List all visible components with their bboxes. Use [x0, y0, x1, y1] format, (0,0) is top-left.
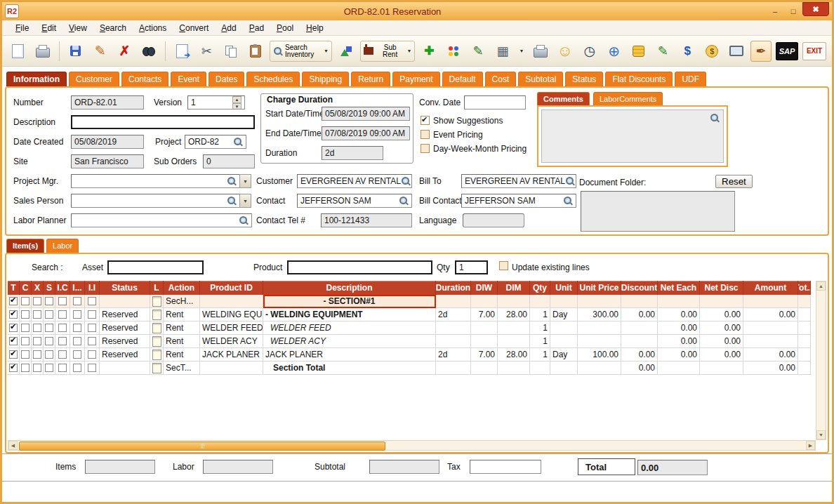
row-checkbox-i2[interactable]: [88, 337, 96, 345]
document-folder-box[interactable]: [581, 191, 735, 232]
feedback-button[interactable]: ☺: [555, 41, 576, 62]
cell-action[interactable]: SecT...: [164, 362, 200, 375]
cell-tot[interactable]: [798, 321, 811, 335]
column-header-ic[interactable]: I.C: [55, 281, 70, 295]
row-checkbox-ic[interactable]: [58, 364, 67, 372]
row-checkbox-x[interactable]: [33, 297, 41, 305]
show-suggestions-checkbox[interactable]: [421, 116, 430, 125]
search-icon[interactable]: [401, 176, 411, 186]
cell-qty[interactable]: 1: [530, 348, 550, 362]
cell-unit_price[interactable]: [578, 362, 621, 375]
site-field[interactable]: San Francisco: [71, 154, 144, 168]
row-checkbox-ic[interactable]: [58, 310, 67, 319]
row-checkbox-c[interactable]: [21, 350, 29, 359]
table-row[interactable]: ReservedRentJACK PLANERJACK PLANER2d7.00…: [8, 348, 811, 362]
tab-cost[interactable]: Cost: [485, 72, 517, 86]
cell-c[interactable]: [20, 295, 32, 308]
row-checkbox-s[interactable]: [45, 297, 53, 305]
cell-t[interactable]: [8, 348, 20, 362]
cell-duration[interactable]: [436, 335, 471, 348]
cell-x[interactable]: [32, 348, 44, 362]
cell-action[interactable]: Rent: [164, 335, 200, 348]
cell-ic[interactable]: [55, 362, 70, 375]
row-checkbox-s[interactable]: [45, 350, 53, 359]
tab-dates[interactable]: Dates: [208, 72, 244, 86]
line-note-icon[interactable]: [152, 310, 161, 320]
menu-help[interactable]: Help: [300, 22, 330, 34]
spin-down-icon[interactable]: ▼: [232, 103, 241, 110]
cell-net_each[interactable]: 0.00: [658, 321, 700, 335]
cell-product_id[interactable]: WELDING EQUI...: [200, 308, 263, 321]
cell-t[interactable]: [8, 335, 20, 348]
cell-product_id[interactable]: WELDER FEED: [200, 321, 263, 335]
cell-product_id[interactable]: [200, 295, 263, 308]
copy-button[interactable]: [220, 41, 241, 62]
shapes-button[interactable]: [336, 41, 357, 62]
database-button[interactable]: [628, 41, 649, 62]
sales-person-dropdown[interactable]: ▼: [239, 194, 251, 208]
cell-discount[interactable]: [621, 295, 658, 308]
cell-tot[interactable]: [798, 308, 811, 321]
row-checkbox-ic[interactable]: [58, 297, 67, 305]
cell-discount[interactable]: [621, 335, 658, 348]
cell-ic[interactable]: [55, 295, 70, 308]
row-checkbox-x[interactable]: [33, 310, 41, 319]
cell-x[interactable]: [32, 362, 44, 375]
number-field[interactable]: ORD-82.01: [71, 95, 144, 110]
cell-status[interactable]: Reserved: [100, 321, 150, 335]
cell-t[interactable]: [8, 308, 20, 321]
cell-s[interactable]: [44, 308, 55, 321]
row-checkbox-t[interactable]: [9, 297, 18, 305]
scroll-right-button[interactable]: ▶: [806, 441, 815, 450]
update-existing-lines-checkbox[interactable]: [499, 261, 508, 270]
end-datetime-field[interactable]: 07/08/2019 09:00 AM: [322, 126, 410, 140]
tab-items[interactable]: Item(s): [6, 239, 44, 253]
start-datetime-field[interactable]: 05/08/2019 09:00 AM: [322, 107, 410, 121]
cell-dim[interactable]: [498, 335, 530, 348]
menu-view[interactable]: View: [62, 22, 93, 34]
table-row[interactable]: ReservedRentWELDING EQUI...- WELDING EQU…: [8, 308, 811, 321]
cell-i2[interactable]: [85, 348, 100, 362]
cell-unit[interactable]: [550, 362, 578, 375]
cell-net_disc[interactable]: 0.00: [700, 348, 743, 362]
cell-dim[interactable]: [498, 321, 530, 335]
row-checkbox-c[interactable]: [21, 364, 29, 372]
cell-tot[interactable]: [798, 362, 811, 375]
row-checkbox-i2[interactable]: [88, 310, 96, 319]
cell-description[interactable]: WELDER ACY: [263, 335, 436, 348]
cell-qty[interactable]: 1: [530, 308, 550, 321]
line-note-icon[interactable]: [152, 363, 161, 373]
cell-product_id[interactable]: WELDER ACY: [200, 335, 263, 348]
cell-description[interactable]: WELDER FEED: [263, 321, 436, 335]
tab-schedules[interactable]: Schedules: [246, 72, 300, 86]
cell-amount[interactable]: 0.00: [743, 348, 798, 362]
cell-t[interactable]: [8, 362, 20, 375]
print-button[interactable]: [32, 41, 53, 62]
tab-udf[interactable]: UDF: [675, 72, 706, 86]
time-button[interactable]: ◷: [579, 41, 600, 62]
column-header-net_each[interactable]: Net Each: [658, 281, 700, 295]
conv-date-field[interactable]: [464, 95, 526, 110]
cell-dim[interactable]: 28.00: [498, 348, 530, 362]
row-checkbox-t[interactable]: [9, 350, 18, 359]
column-header-description[interactable]: Description: [263, 281, 436, 295]
cell-action[interactable]: Rent: [164, 348, 200, 362]
search-icon[interactable]: [239, 215, 249, 225]
tab-shipping[interactable]: Shipping: [302, 72, 349, 86]
qty-input[interactable]: 1: [455, 260, 488, 274]
close-button[interactable]: ✖: [802, 2, 829, 16]
row-checkbox-x[interactable]: [33, 324, 41, 332]
save-button[interactable]: [65, 41, 86, 62]
maximize-button[interactable]: □: [784, 5, 802, 18]
row-checkbox-c[interactable]: [21, 297, 29, 305]
column-header-unit_price[interactable]: Unit Price: [578, 281, 621, 295]
cell-c[interactable]: [20, 362, 32, 375]
cell-action[interactable]: Rent: [164, 321, 200, 335]
export-button[interactable]: ➔: [171, 41, 192, 62]
row-checkbox-s[interactable]: [45, 310, 53, 319]
paste-button[interactable]: [245, 41, 266, 62]
tab-status[interactable]: Status: [565, 72, 603, 86]
cell-unit_price[interactable]: [578, 295, 621, 308]
search-icon[interactable]: [399, 196, 409, 206]
column-header-duration[interactable]: Duration: [436, 281, 471, 295]
